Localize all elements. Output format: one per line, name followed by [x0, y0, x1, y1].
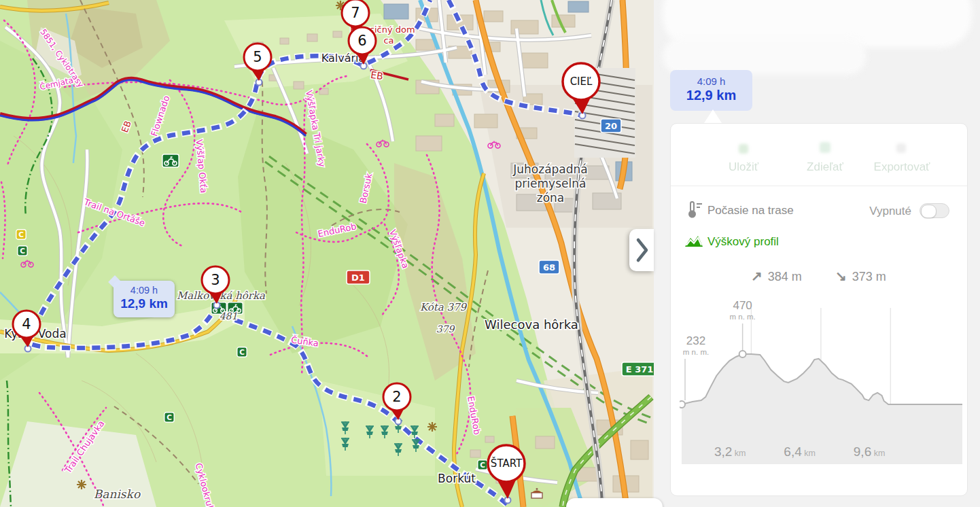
cycle-route-badge [18, 246, 27, 256]
map-label: Borkút [438, 472, 476, 485]
route-summary-badge: 4:09 h 12,9 km [670, 70, 752, 111]
route-summary-tooltip[interactable]: 4:09 h 12,9 km [113, 281, 175, 317]
map-control-pill[interactable] [566, 498, 663, 507]
svg-text:6: 6 [357, 33, 366, 49]
toggle-knob [921, 205, 937, 218]
road-shield: 20 [601, 119, 621, 133]
cycle-route-badge [478, 460, 487, 470]
descent-arrow-icon: ↘ [835, 268, 847, 283]
map-label: priemyselná [515, 177, 587, 190]
save-icon [739, 144, 748, 154]
svg-text:4: 4 [22, 316, 31, 332]
descent-value: 373 m [852, 270, 886, 283]
export-icon [896, 143, 906, 153]
map-label: Banisko [94, 487, 141, 501]
panel-collapse-button[interactable] [629, 229, 654, 271]
road-shield: E 371 [622, 362, 654, 376]
map-label: EB [370, 69, 384, 82]
map-label: 481 [220, 311, 238, 321]
road-shield: 68 [539, 260, 559, 274]
weather-toggle[interactable] [920, 203, 949, 218]
map-label: 379 [436, 324, 455, 334]
weather-label: Počasie na trase [707, 204, 794, 217]
tab-export[interactable]: Exportovať [874, 160, 930, 174]
card-divider [671, 186, 967, 186]
svg-text:ŠTART: ŠTART [491, 457, 523, 470]
ascent-value: 384 m [768, 270, 802, 283]
elevation-profile-icon [684, 232, 703, 249]
map-label: Wilecova hôrka [485, 317, 578, 332]
svg-text:20: 20 [605, 121, 617, 131]
svg-text:7: 7 [351, 5, 360, 21]
route-distance: 12,9 km [113, 296, 175, 311]
elevation-chart[interactable]: 3,2 km6,4 km9,6 km232m n. m.470m n. m. [680, 293, 965, 467]
badge-distance: 12,9 km [670, 88, 752, 103]
panel-loading-blob [663, 37, 867, 75]
chart-annotation-unit: m n. m. [683, 348, 709, 356]
landmark-icon [77, 480, 86, 489]
landmark-icon [427, 422, 437, 432]
mtb-trail-icon [162, 154, 179, 167]
svg-text:2: 2 [392, 389, 401, 405]
tab-save[interactable]: Uložiť [729, 160, 758, 174]
weather-state-label: Vypnuté [850, 205, 911, 218]
svg-text:D1: D1 [351, 273, 365, 283]
svg-text:CIEĽ: CIEĽ [570, 75, 593, 88]
route-time: 4:09 h [113, 285, 175, 296]
map-label: zóna [537, 191, 565, 205]
map-canvas[interactable]: C C [0, 0, 654, 507]
map-label: Juhozápadná [512, 162, 588, 176]
map-label: ca [383, 35, 393, 46]
svg-text:68: 68 [543, 262, 555, 273]
cycle-route-badge-yellow [16, 230, 26, 239]
route-planner-screen: C C [0, 0, 980, 507]
descent-stat: ↘373 m [835, 268, 886, 284]
ascent-stat: ↗384 m [751, 268, 802, 284]
route-detail-panel: 4:09 h 12,9 km Uložiť Zdieľať Exportovať… [654, 0, 980, 507]
chart-annotation-value: 232 [686, 334, 705, 347]
route-detail-card: Uložiť Zdieľať Exportovať Počasie na tra… [670, 123, 968, 496]
chart-annotation-point [680, 401, 685, 408]
badge-time: 4:09 h [670, 75, 752, 87]
chevron-right-icon [629, 229, 654, 271]
svg-text:5: 5 [253, 49, 262, 65]
map-label: Kóta 379 [420, 301, 468, 313]
road-shield: D1 [347, 270, 370, 284]
cycle-route-badge [164, 413, 174, 422]
share-icon [820, 142, 830, 153]
ascent-arrow-icon: ↗ [751, 268, 763, 283]
badge-tail [704, 109, 722, 123]
chart-annotation-point [739, 351, 746, 357]
svg-text:E 371: E 371 [626, 364, 654, 374]
svg-text:3: 3 [211, 272, 220, 288]
chart-annotation-value: 470 [733, 299, 752, 312]
chart-annotation-unit: m n. m. [729, 313, 755, 321]
cycle-route-badge [237, 347, 247, 357]
tab-share[interactable]: Zdieľať [807, 160, 843, 174]
thermometer-icon [684, 200, 703, 220]
elevation-profile-title: Výškový profil [707, 235, 779, 249]
